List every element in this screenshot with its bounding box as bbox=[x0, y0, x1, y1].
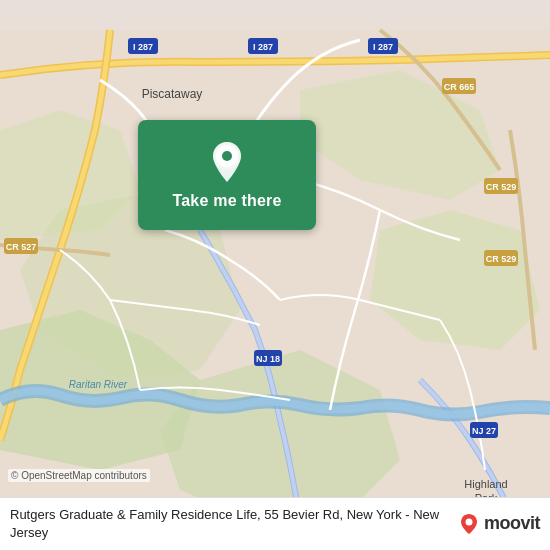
location-text: Rutgers Graduate & Family Residence Life… bbox=[10, 506, 448, 542]
svg-text:NJ 27: NJ 27 bbox=[472, 426, 496, 436]
svg-point-31 bbox=[222, 151, 232, 161]
svg-text:CR 665: CR 665 bbox=[444, 82, 475, 92]
svg-text:CR 529: CR 529 bbox=[486, 182, 517, 192]
svg-text:I 287: I 287 bbox=[133, 42, 153, 52]
svg-text:CR 527: CR 527 bbox=[6, 242, 37, 252]
moovit-pin-icon bbox=[458, 513, 480, 535]
take-me-there-button[interactable]: Take me there bbox=[138, 120, 316, 230]
svg-point-32 bbox=[465, 518, 472, 525]
svg-text:I 287: I 287 bbox=[373, 42, 393, 52]
svg-text:Piscataway: Piscataway bbox=[142, 87, 203, 101]
cta-container: Take me there bbox=[138, 120, 316, 230]
location-pin-icon bbox=[209, 140, 245, 184]
moovit-logo: moovit bbox=[458, 513, 540, 535]
svg-text:Highland: Highland bbox=[464, 478, 507, 490]
map-background: I 287 I 287 I 287 CR 665 CR 529 CR 529 C… bbox=[0, 0, 550, 550]
moovit-brand-text: moovit bbox=[484, 513, 540, 534]
svg-text:Raritan River: Raritan River bbox=[69, 379, 128, 390]
map-attribution: © OpenStreetMap contributors bbox=[8, 469, 150, 482]
map-container: I 287 I 287 I 287 CR 665 CR 529 CR 529 C… bbox=[0, 0, 550, 550]
cta-button-label: Take me there bbox=[172, 192, 281, 210]
svg-text:NJ 18: NJ 18 bbox=[256, 354, 280, 364]
bottom-info-bar: Rutgers Graduate & Family Residence Life… bbox=[0, 497, 550, 550]
svg-text:I 287: I 287 bbox=[253, 42, 273, 52]
svg-text:CR 529: CR 529 bbox=[486, 254, 517, 264]
